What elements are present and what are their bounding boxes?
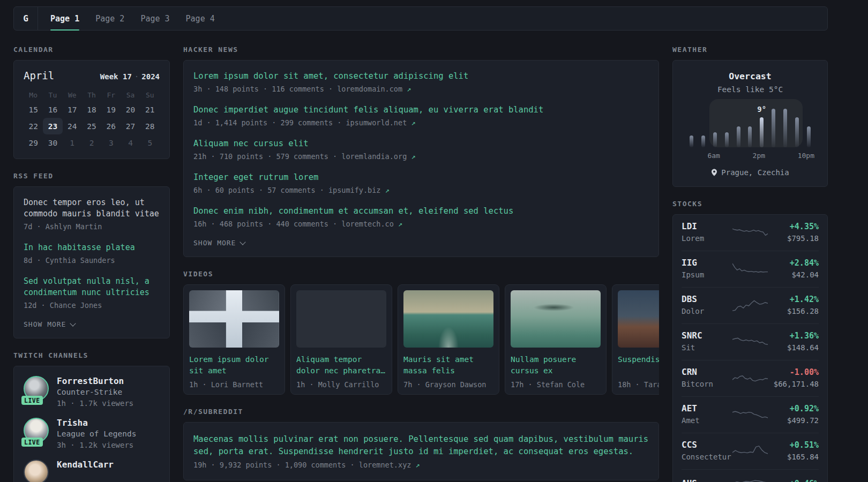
- stock-row[interactable]: AHS +0.46%: [682, 469, 819, 482]
- hackernews-item-meta: 6h · 60 points · 57 comments · ipsumify.…: [193, 185, 649, 195]
- calendar-day[interactable]: 21: [140, 101, 160, 118]
- rss-show-more-button[interactable]: SHOW MORE: [24, 320, 75, 328]
- calendar-day[interactable]: 25: [82, 118, 101, 134]
- weather-hour-column: [768, 106, 780, 147]
- weather-location: Prague, Czechia: [683, 168, 818, 177]
- location-pin-icon: [711, 169, 717, 176]
- weather-hour-column: [698, 106, 709, 147]
- rss-item-title[interactable]: In hac habitasse platea: [24, 242, 160, 253]
- hackernews-item-title[interactable]: Donec enim nibh, condimentum et accumsan…: [193, 206, 649, 217]
- calendar-day[interactable]: 28: [140, 118, 160, 134]
- subreddit-card: Maecenas mollis pulvinar erat non posuer…: [183, 422, 659, 480]
- stock-identity: IIG Ipsum: [682, 258, 732, 280]
- video-card[interactable]: Lorem ipsum dolor sit amet consectetu… 1…: [183, 284, 285, 395]
- app-logo[interactable]: G: [14, 7, 38, 30]
- weather-hour-column: [791, 106, 803, 147]
- calendar-day[interactable]: 2: [82, 134, 101, 151]
- calendar-day[interactable]: 23: [43, 118, 62, 134]
- calendar-day[interactable]: 30: [43, 134, 62, 151]
- stock-sparkline: [732, 406, 768, 423]
- calendar-day[interactable]: 22: [24, 118, 43, 134]
- calendar-week-label: Week 17: [100, 72, 132, 81]
- hackernews-item-meta-text: 1d · 1,414 points · 299 comments · ipsum…: [193, 118, 407, 127]
- stock-ticker: LDI: [682, 221, 732, 232]
- weekday-label: Sa: [121, 91, 140, 99]
- section-title-calendar: CALENDAR: [13, 46, 170, 54]
- weekday-label: We: [63, 91, 82, 99]
- weather-hour-column: [803, 106, 814, 147]
- video-card[interactable]: Nullam posuere cursus ex 17h · Stefan Co…: [505, 284, 607, 395]
- stock-row[interactable]: IIG Ipsum +2.84% $42.04: [682, 251, 819, 287]
- page-tab[interactable]: Page 2: [87, 7, 132, 30]
- stock-change-percent: +0.51%: [768, 440, 819, 450]
- calendar-day[interactable]: 3: [101, 134, 121, 151]
- hackernews-item-meta-text: 16h · 468 points · 440 comments · loremt…: [193, 220, 394, 228]
- stock-sparkline: [732, 224, 768, 240]
- calendar-day[interactable]: 26: [101, 118, 121, 134]
- stock-row[interactable]: AET Amet +0.92% $499.72: [682, 396, 819, 433]
- rss-item-title[interactable]: Donec tempor eros leo, ut commodo mauris…: [24, 197, 160, 220]
- page-tab[interactable]: Page 4: [178, 7, 223, 30]
- calendar-day[interactable]: 24: [63, 118, 82, 134]
- twitch-channel-row[interactable]: LIVE ForrestBurton Counter-Strike 1h · 1…: [24, 376, 160, 409]
- channel-name: Trisha: [57, 418, 136, 428]
- section-title-videos: VIDEOS: [183, 270, 659, 278]
- weather-bar: [760, 117, 764, 147]
- video-thumbnail: [403, 290, 493, 348]
- hackernews-item: Integer eget rutrum lorem 6h · 60 points…: [193, 172, 649, 195]
- stock-row[interactable]: SNRC Sit +1.36% $148.64: [682, 323, 819, 360]
- calendar-day[interactable]: 17: [63, 101, 82, 118]
- weather-tick-label: [686, 152, 697, 160]
- stock-identity: AET Amet: [682, 403, 732, 426]
- subreddit-post-title[interactable]: Maecenas mollis pulvinar erat non posuer…: [193, 433, 649, 458]
- video-card[interactable]: Aliquam tempor dolor nec pharetra… 1h · …: [290, 284, 392, 395]
- calendar-day[interactable]: 18: [82, 101, 101, 118]
- page-tab[interactable]: Page 1: [42, 7, 87, 30]
- calendar-day[interactable]: 20: [121, 101, 140, 118]
- stock-company-name: Bitcorn: [682, 379, 732, 389]
- calendar-day[interactable]: 4: [121, 134, 140, 151]
- calendar-day[interactable]: 29: [24, 134, 43, 151]
- calendar-day[interactable]: 27: [121, 118, 140, 134]
- video-thumbnail: [511, 290, 601, 348]
- weather-tick-label: [787, 152, 798, 160]
- calendar-day[interactable]: 19: [101, 101, 121, 118]
- twitch-channel-row[interactable]: LIVE KendallCarr: [24, 460, 160, 482]
- stock-row[interactable]: CRN Bitcorn -1.00% $66,171.48: [682, 360, 819, 396]
- video-card[interactable]: Suspendisse diam 18h · Tara: [612, 284, 659, 395]
- hackernews-list: Lorem ipsum dolor sit amet, consectetur …: [193, 71, 649, 229]
- hackernews-show-more-button[interactable]: SHOW MORE: [193, 239, 245, 247]
- calendar-weekday-row: MoTuWeThFrSaSu: [24, 91, 160, 99]
- section-title-rss: RSS FEED: [13, 172, 170, 180]
- channel-name: KendallCarr: [57, 460, 114, 470]
- stock-values: +1.36% $148.64: [768, 330, 819, 353]
- calendar-day[interactable]: 15: [24, 101, 43, 118]
- hackernews-item-title[interactable]: Aliquam nec cursus elit: [193, 138, 649, 149]
- video-card[interactable]: Mauris sit amet massa felis 7h · Grayson…: [398, 284, 499, 395]
- calendar-day[interactable]: 16: [43, 101, 62, 118]
- hackernews-item-title[interactable]: Donec imperdiet augue tincidunt felis al…: [193, 104, 649, 116]
- stock-row[interactable]: LDI Lorem +4.35% $795.18: [682, 215, 819, 251]
- weather-tick-label: 10pm: [798, 152, 814, 160]
- rss-item: In hac habitasse platea 8d · Cynthia Sau…: [24, 242, 160, 266]
- hackernews-item-title[interactable]: Lorem ipsum dolor sit amet, consectetur …: [193, 71, 649, 82]
- hackernews-item-title[interactable]: Integer eget rutrum lorem: [193, 172, 649, 183]
- calendar-day[interactable]: 5: [140, 134, 160, 151]
- stock-row[interactable]: DBS Dolor +1.42% $156.28: [682, 287, 819, 323]
- rss-item-title[interactable]: Sed volutpat nulla nisl, a condimentum n…: [24, 276, 160, 298]
- weather-tick-label: [776, 152, 787, 160]
- calendar-week-year: Week 17·2024: [100, 72, 160, 81]
- twitch-channel-row[interactable]: LIVE Trisha League of Legends 3h · 1.2k …: [24, 418, 160, 450]
- calendar-year: 2024: [141, 72, 160, 81]
- page-tab[interactable]: Page 3: [132, 7, 177, 30]
- calendar-day[interactable]: 1: [63, 134, 82, 151]
- weather-tick-label: [697, 152, 707, 160]
- weather-widget: WEATHER Overcast Feels like 5°C 9° 6am2p…: [672, 46, 828, 187]
- weekday-label: Tu: [43, 91, 62, 99]
- weather-tick-label: [720, 152, 731, 160]
- avatar: [24, 460, 49, 482]
- rss-list: Donec tempor eros leo, ut commodo mauris…: [24, 197, 160, 311]
- avatar-wrap: LIVE: [24, 460, 49, 482]
- stock-row[interactable]: CCS Consectetur +0.51% $165.84: [682, 433, 819, 469]
- hackernews-item-meta-text: 6h · 60 points · 57 comments · ipsumify.…: [193, 186, 381, 194]
